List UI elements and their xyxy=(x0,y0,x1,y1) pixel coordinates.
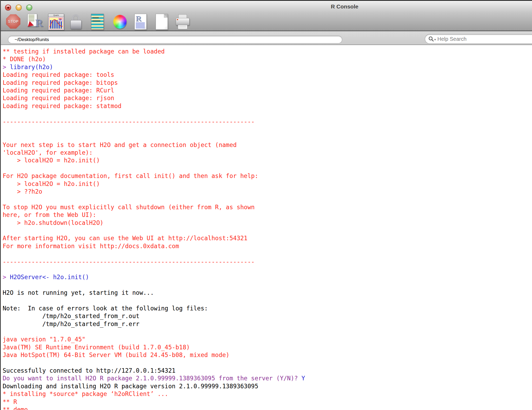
title-bar: R Console xyxy=(0,1,532,12)
window-left-edge xyxy=(0,0,1,410)
quartz-button[interactable]: Quartz xyxy=(48,14,64,29)
zoom-button[interactable] xyxy=(26,5,32,11)
help-search-placeholder: Help Search xyxy=(438,36,467,42)
console-line: here, or from the Web UI): xyxy=(3,211,532,219)
console-line: After starting H2O, you can use the Web … xyxy=(3,234,532,242)
help-search-field[interactable]: ▾ Help Search xyxy=(425,34,532,44)
search-icon xyxy=(428,36,434,42)
color-table-button[interactable] xyxy=(89,14,105,29)
console-line xyxy=(3,227,532,234)
console-line: Java HotSpot(TM) 64-Bit Server VM (build… xyxy=(3,351,532,359)
console-line: ----------------------------------------… xyxy=(3,258,532,266)
console-line: For H2O package documentation, first cal… xyxy=(3,172,532,180)
console-line: > library(h2o) xyxy=(3,63,532,71)
color-wheel-icon xyxy=(113,15,127,29)
console-line: Your next step is to start H2O and get a… xyxy=(3,141,532,149)
close-button[interactable] xyxy=(5,5,11,11)
new-document-icon xyxy=(156,14,168,30)
console-line xyxy=(3,164,532,172)
console-line: 'localH2O', for example): xyxy=(3,149,532,157)
working-directory-value: ~/Desktop/Runits xyxy=(15,37,49,42)
console-line xyxy=(3,281,532,289)
console-line: > h2o.shutdown(localH2O) xyxy=(3,219,532,227)
console-line: Do you want to install H2O R package 2.1… xyxy=(3,375,532,382)
console-line: ** testing if installed package can be l… xyxy=(3,48,532,55)
console-line: > H2OServer<- h2o.init() xyxy=(3,273,532,281)
window-top-edge xyxy=(0,0,532,1)
search-scope-chevron-icon[interactable]: ▾ xyxy=(434,38,436,41)
console-line: /tmp/h2o_started_from_r.err xyxy=(3,320,532,328)
console-line: Loading required package: bitops xyxy=(3,79,532,87)
console-line: ** demo xyxy=(3,406,532,410)
toolbar: STOP R Quartz R xyxy=(0,12,532,31)
r-console-window: { "window": { "title": "R Console" }, "c… xyxy=(0,0,532,410)
console-line: * DONE (h2o) xyxy=(3,55,532,63)
console-line: /tmp/h2o_started_from_r.out xyxy=(3,312,532,320)
minimize-button[interactable] xyxy=(16,5,22,11)
stop-button[interactable]: STOP xyxy=(5,14,22,29)
console-line: Successfully connected to http://127.0.0… xyxy=(3,367,532,375)
color-table-icon xyxy=(91,14,104,30)
console-output[interactable]: ** testing if installed package can be l… xyxy=(0,45,532,410)
console-line: java version "1.7.0_45" xyxy=(3,336,532,343)
console-line: > ??h2o xyxy=(3,188,532,195)
console-line: For more information visit http://docs.0… xyxy=(3,242,532,250)
console-line: > localH2O = h2o.init() xyxy=(3,157,532,164)
console-line: ----------------------------------------… xyxy=(3,118,532,126)
console-line: > localH2O = h2o.init() xyxy=(3,180,532,188)
console-line: Loading required package: RCurl xyxy=(3,87,532,94)
r-document-button[interactable]: R xyxy=(132,14,149,29)
console-line: * installing *source* package ‘h2oRClien… xyxy=(3,390,532,398)
console-line: Loading required package: rjson xyxy=(3,94,532,102)
console-line: Loading required package: statmod xyxy=(3,102,532,110)
console-line xyxy=(3,297,532,305)
console-line xyxy=(3,250,532,258)
lock-button[interactable] xyxy=(68,14,84,29)
r-source-icon: R xyxy=(26,14,43,29)
console-line xyxy=(3,126,532,133)
r-document-icon: R xyxy=(132,14,149,29)
new-document-button[interactable] xyxy=(153,14,169,29)
console-area[interactable]: ** testing if installed package can be l… xyxy=(0,45,532,410)
window-title: R Console xyxy=(331,3,358,10)
console-line: To stop H2O you must explicitly call shu… xyxy=(3,203,532,211)
lock-icon xyxy=(68,14,84,29)
console-line xyxy=(3,195,532,203)
print-icon xyxy=(174,14,191,29)
field-strip: ~/Desktop/Runits ▾ Help Search xyxy=(0,31,532,45)
stop-icon: STOP xyxy=(6,14,20,29)
console-line xyxy=(3,328,532,336)
console-line: Loading required package: tools xyxy=(3,71,532,79)
console-line xyxy=(3,110,532,118)
console-line: Note: In case of errors look at the foll… xyxy=(3,305,532,312)
console-line xyxy=(3,266,532,273)
console-line xyxy=(3,133,532,141)
print-button[interactable] xyxy=(174,14,191,29)
console-line: H2O is not running yet, starting it now.… xyxy=(3,289,532,297)
source-file-button[interactable]: R xyxy=(26,14,43,29)
quartz-icon: Quartz xyxy=(48,14,64,30)
color-wheel-button[interactable] xyxy=(111,14,128,29)
working-directory-field[interactable]: ~/Desktop/Runits xyxy=(8,36,342,43)
console-line xyxy=(3,359,532,367)
console-line: Java(TM) SE Runtime Environment (build 1… xyxy=(3,344,532,351)
console-line: ** R xyxy=(3,398,532,406)
console-line: Downloading and installing H2O R package… xyxy=(3,382,532,390)
